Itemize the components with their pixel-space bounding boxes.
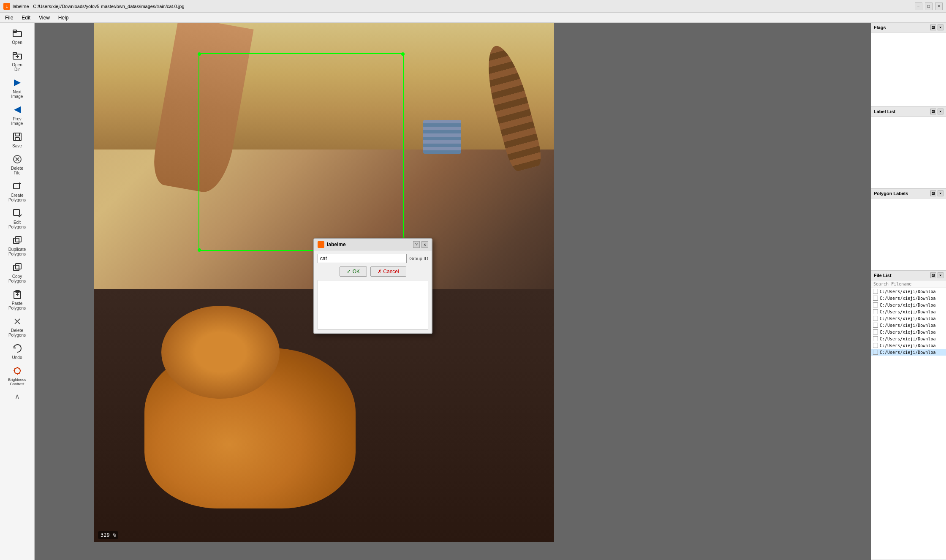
polygon-labels-close-button[interactable]: × (938, 190, 943, 196)
file-list-pin-button[interactable]: ⊡ (930, 272, 936, 278)
copy-polygons-button[interactable]: Copy Polygons (2, 259, 33, 285)
svg-rect-7 (15, 133, 19, 136)
file-name: C:/Users/xieji/Downloa (880, 289, 935, 294)
svg-rect-12 (14, 184, 19, 189)
canvas-area[interactable]: 329 % labelme ? × Group ID (35, 23, 871, 560)
dialog-input-row: Group ID (318, 254, 428, 263)
menu-view[interactable]: View (35, 14, 53, 22)
next-image-button[interactable]: Next Image (2, 75, 33, 101)
label-list-pin-button[interactable]: ⊡ (930, 109, 936, 114)
menu-file[interactable]: File (2, 14, 16, 22)
zoom-display: 329 % (98, 531, 118, 539)
next-image-icon (11, 77, 23, 89)
dialog-app-icon (318, 241, 324, 248)
file-checkbox[interactable] (873, 316, 878, 321)
scroll-down-arrow[interactable]: ∧ (13, 391, 22, 402)
polygon-labels-panel: Polygon Labels ⊡ × (871, 189, 946, 271)
file-list-item[interactable]: C:/Users/xieji/Downloa (871, 308, 946, 315)
file-checkbox[interactable] (873, 336, 878, 341)
copy-polygons-icon (11, 261, 23, 273)
ok-button[interactable]: ✓ OK (340, 266, 367, 277)
file-list-item[interactable]: C:/Users/xieji/Downloa (871, 329, 946, 335)
brightness-contrast-button[interactable]: Brightness Contrast (2, 363, 33, 388)
flags-panel-controls: ⊡ × (930, 24, 943, 30)
duplicate-polygons-button[interactable]: Duplicate Polygons (2, 232, 33, 258)
file-checkbox[interactable] (873, 296, 878, 301)
file-checkbox[interactable] (873, 323, 878, 328)
open-dir-button[interactable]: Open Dir (2, 48, 33, 74)
file-name: C:/Users/xieji/Downloa (880, 316, 935, 321)
svg-point-26 (14, 368, 20, 374)
file-list-item[interactable]: C:/Users/xieji/Downloa (871, 288, 946, 295)
svg-rect-16 (14, 238, 19, 244)
file-list-item[interactable]: C:/Users/xieji/Downloa (871, 342, 946, 349)
flags-panel-header: Flags ⊡ × (871, 23, 946, 33)
file-list-item[interactable]: C:/Users/xieji/Downloa (871, 295, 946, 302)
file-name: C:/Users/xieji/Downloa (880, 296, 935, 301)
delete-file-icon (11, 153, 23, 165)
polygon-labels-pin-button[interactable]: ⊡ (930, 190, 936, 196)
file-list-item[interactable]: C:/Users/xieji/Downloa (871, 322, 946, 329)
file-name: C:/Users/xieji/Downloa (880, 343, 935, 348)
flags-close-button[interactable]: × (938, 24, 943, 30)
file-checkbox[interactable] (873, 343, 878, 348)
file-list-controls: ⊡ × (930, 272, 943, 278)
file-list-header: File List ⊡ × (871, 271, 946, 280)
file-checkbox[interactable] (873, 329, 878, 334)
open-dir-icon (11, 50, 23, 62)
create-polygons-button[interactable]: Create Polygons (2, 178, 33, 204)
polygon-labels-header: Polygon Labels ⊡ × (871, 189, 946, 198)
close-button[interactable]: × (935, 3, 943, 10)
svg-rect-8 (15, 138, 19, 140)
prev-image-icon (11, 104, 23, 116)
file-list-item[interactable]: C:/Users/xieji/Downloa (871, 335, 946, 342)
undo-button[interactable]: Undo (2, 340, 33, 362)
label-list-close-button[interactable]: × (938, 109, 943, 114)
menu-edit[interactable]: Edit (18, 14, 34, 22)
delete-polygons-button[interactable]: Delete Polygons (2, 313, 33, 340)
file-list-title: File List (874, 273, 892, 278)
open-button[interactable]: Open (2, 25, 33, 47)
create-polygons-icon (11, 180, 23, 192)
file-name: C:/Users/xieji/Downloa (880, 337, 935, 341)
file-list-close-button[interactable]: × (938, 272, 943, 278)
title-bar-controls: − □ × (915, 3, 943, 10)
edit-polygons-button[interactable]: Edit Polygons (2, 205, 33, 231)
save-button[interactable]: Save (2, 129, 33, 150)
svg-marker-4 (14, 79, 21, 86)
file-checkbox[interactable] (873, 289, 878, 294)
paste-polygons-button[interactable]: Paste Polygons (2, 286, 33, 313)
svg-rect-15 (14, 209, 19, 215)
dialog-title-left: labelme (318, 241, 346, 248)
file-checkbox[interactable] (873, 309, 878, 314)
title-bar: L labelme - C:/Users/xieji/Downloads/yol… (0, 0, 946, 13)
label-list-header: Label List ⊡ × (871, 107, 946, 117)
file-search-input[interactable] (871, 280, 946, 288)
menu-help[interactable]: Help (55, 14, 72, 22)
file-list-item[interactable]: C:/Users/xieji/Downloa (871, 302, 946, 308)
file-checkbox[interactable] (873, 302, 878, 307)
file-checkbox[interactable] (873, 350, 878, 355)
main-layout: Open Open Dir Next Image (0, 23, 946, 560)
file-list-item[interactable]: C:/Users/xieji/Downloa (871, 315, 946, 322)
maximize-button[interactable]: □ (925, 3, 932, 10)
dialog-suggestions-list[interactable] (318, 280, 428, 330)
flags-panel-body (871, 33, 946, 106)
svg-rect-17 (16, 237, 21, 242)
file-name: C:/Users/xieji/Downloa (880, 303, 935, 307)
right-panels: Flags ⊡ × Label List ⊡ × Polygon L (871, 23, 946, 560)
delete-file-button[interactable]: Delete File (2, 151, 33, 177)
label-dialog: labelme ? × Group ID ✓ OK ✗ Cancel (313, 238, 432, 334)
file-list-items: C:/Users/xieji/DownloaC:/Users/xieji/Dow… (871, 288, 946, 356)
prev-image-button[interactable]: Prev Image (2, 102, 33, 128)
label-input[interactable] (318, 254, 407, 263)
dialog-close-button[interactable]: × (421, 241, 428, 248)
svg-rect-18 (14, 265, 19, 271)
cancel-button[interactable]: ✗ Cancel (370, 266, 406, 277)
file-list-panel: File List ⊡ × C:/Users/xieji/DownloaC:/U… (871, 271, 946, 560)
minimize-button[interactable]: − (915, 3, 922, 10)
dialog-help-button[interactable]: ? (413, 241, 420, 248)
file-list-item[interactable]: C:/Users/xieji/Downloa (871, 349, 946, 356)
svg-rect-6 (14, 133, 21, 141)
flags-pin-button[interactable]: ⊡ (930, 24, 936, 30)
